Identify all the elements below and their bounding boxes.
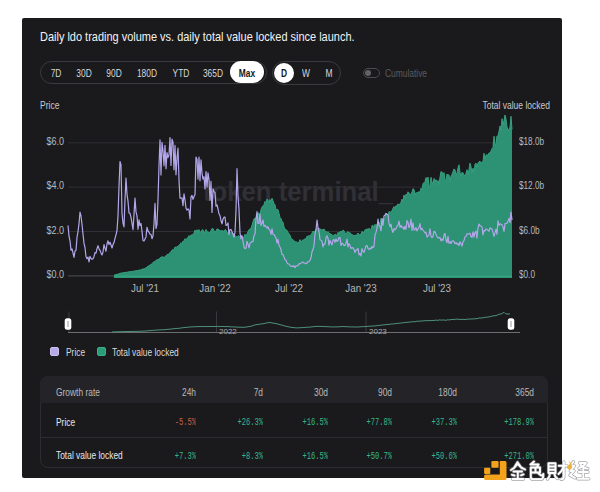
svg-text:token terminal_: token terminal_: [203, 177, 394, 207]
